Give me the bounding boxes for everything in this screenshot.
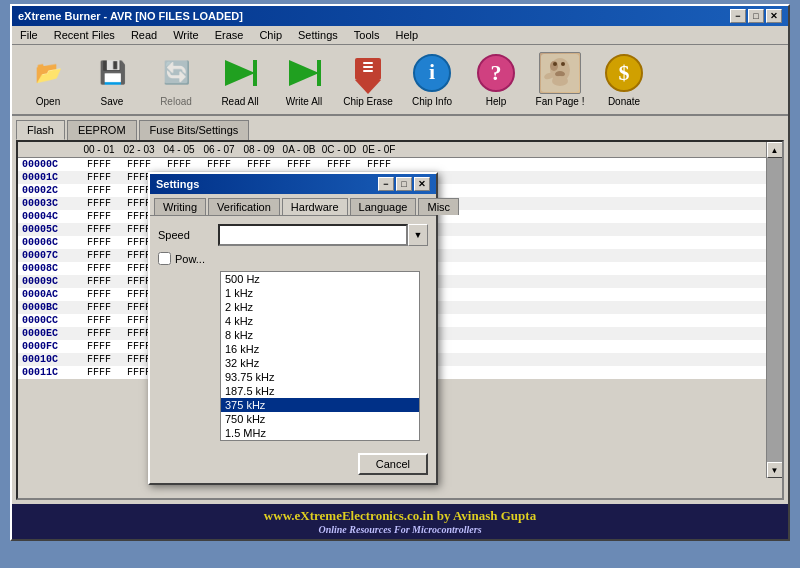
svg-rect-1 [253,60,257,86]
dialog-title-buttons: − □ ✕ [378,177,430,191]
svg-point-16 [553,62,557,66]
dialog-overlay: Settings − □ ✕ Writing Verification Hard… [18,142,782,498]
svg-rect-4 [355,58,381,80]
dialog-content: Speed ▼ Pow... 500 Hz 1 kHz [150,215,436,453]
menu-write[interactable]: Write [169,28,202,42]
menu-erase[interactable]: Erase [211,28,248,42]
speed-dropdown-box[interactable] [218,224,408,246]
svg-marker-5 [355,80,381,94]
dialog-tab-writing[interactable]: Writing [154,198,206,215]
dialog-close-button[interactable]: ✕ [414,177,430,191]
chip-info-icon: i [411,52,453,94]
power-label: Pow... [175,253,205,265]
reload-label: Reload [160,96,192,107]
svg-text:$: $ [619,60,630,85]
save-label: Save [101,96,124,107]
dialog-title-text: Settings [156,178,199,190]
write-all-label: Write All [286,96,323,107]
dialog-minimize-button[interactable]: − [378,177,394,191]
svg-rect-3 [317,60,321,86]
tab-fuse-bits[interactable]: Fuse Bits/Settings [139,120,250,140]
open-label: Open [36,96,60,107]
dialog-tabs: Writing Verification Hardware Language M… [150,194,436,215]
tab-eeprom[interactable]: EEPROM [67,120,137,140]
power-checkbox[interactable] [158,252,171,265]
speed-option-4khz[interactable]: 4 kHz [221,314,419,328]
help-button[interactable]: ? Help [466,49,526,110]
minimize-button[interactable]: − [730,9,746,23]
menu-file[interactable]: File [16,28,42,42]
help-icon: ? [475,52,517,94]
fan-page-label: Fan Page ! [536,96,585,107]
cancel-button[interactable]: Cancel [358,453,428,475]
open-icon: 📂 [27,52,69,94]
content-area: 00 - 01 02 - 03 04 - 05 06 - 07 08 - 09 … [16,140,784,500]
svg-marker-0 [225,60,255,86]
settings-dialog: Settings − □ ✕ Writing Verification Hard… [148,172,438,485]
speed-dropdown-arrow[interactable]: ▼ [408,224,428,246]
chip-info-button[interactable]: i Chip Info [402,49,462,110]
main-tabs: Flash EEPROM Fuse Bits/Settings [12,116,788,140]
speed-option-16khz[interactable]: 16 kHz [221,342,419,356]
fan-page-button[interactable]: Fan Page ! [530,49,590,110]
menu-read[interactable]: Read [127,28,161,42]
help-label: Help [486,96,507,107]
fan-page-icon [539,52,581,94]
title-bar: eXtreme Burner - AVR [NO FILES LOADED] −… [12,6,788,26]
menu-tools[interactable]: Tools [350,28,384,42]
dialog-tab-misc[interactable]: Misc [418,198,459,215]
read-all-button[interactable]: Read All [210,49,270,110]
svg-point-17 [561,62,565,66]
dialog-tab-language[interactable]: Language [350,198,417,215]
dialog-buttons: Cancel [150,453,436,483]
donate-icon: $ [603,52,645,94]
tab-flash[interactable]: Flash [16,120,65,140]
speed-dropdown[interactable]: ▼ [218,224,428,246]
svg-rect-8 [363,70,373,72]
speed-option-750khz[interactable]: 750 kHz [221,412,419,426]
window-title: eXtreme Burner - AVR [NO FILES LOADED] [18,10,243,22]
status-main-text: www.eXtremeElectronics.co.in by Avinash … [16,508,784,524]
read-all-label: Read All [221,96,258,107]
svg-marker-2 [289,60,319,86]
speed-option-2khz[interactable]: 2 kHz [221,300,419,314]
speed-option-93khz[interactable]: 93.75 kHz [221,370,419,384]
dialog-title-bar: Settings − □ ✕ [150,174,436,194]
chip-erase-button[interactable]: Chip Erase [338,49,398,110]
chip-erase-icon [347,52,389,94]
dialog-tab-hardware[interactable]: Hardware [282,198,348,215]
menu-settings[interactable]: Settings [294,28,342,42]
maximize-button[interactable]: □ [748,9,764,23]
close-button[interactable]: ✕ [766,9,782,23]
save-button[interactable]: 💾 Save [82,49,142,110]
speed-option-187khz[interactable]: 187.5 kHz [221,384,419,398]
menu-bar: File Recent Files Read Write Erase Chip … [12,26,788,45]
chip-erase-label: Chip Erase [343,96,392,107]
svg-point-19 [552,76,568,86]
dialog-maximize-button[interactable]: □ [396,177,412,191]
svg-rect-6 [363,62,373,64]
speed-option-15mhz[interactable]: 1.5 MHz [221,426,419,440]
speed-option-32khz[interactable]: 32 kHz [221,356,419,370]
reload-button[interactable]: 🔄 Reload [146,49,206,110]
dialog-tab-verification[interactable]: Verification [208,198,280,215]
write-all-button[interactable]: Write All [274,49,334,110]
menu-chip[interactable]: Chip [255,28,286,42]
speed-label: Speed [158,229,218,241]
read-all-icon [219,52,261,94]
menu-help[interactable]: Help [391,28,422,42]
svg-text:?: ? [491,60,502,85]
write-all-icon [283,52,325,94]
speed-option-1khz[interactable]: 1 kHz [221,286,419,300]
speed-dropdown-list: 500 Hz 1 kHz 2 kHz 4 kHz 8 kHz 16 kHz 32… [220,271,420,441]
menu-recent-files[interactable]: Recent Files [50,28,119,42]
donate-button[interactable]: $ Donate [594,49,654,110]
open-button[interactable]: 📂 Open [18,49,78,110]
save-icon: 💾 [91,52,133,94]
power-checkbox-row: Pow... [158,252,428,265]
speed-option-500hz[interactable]: 500 Hz [221,272,419,286]
reload-icon: 🔄 [155,52,197,94]
main-window: eXtreme Burner - AVR [NO FILES LOADED] −… [10,4,790,541]
speed-option-8khz[interactable]: 8 kHz [221,328,419,342]
speed-option-375khz[interactable]: 375 kHz [221,398,419,412]
